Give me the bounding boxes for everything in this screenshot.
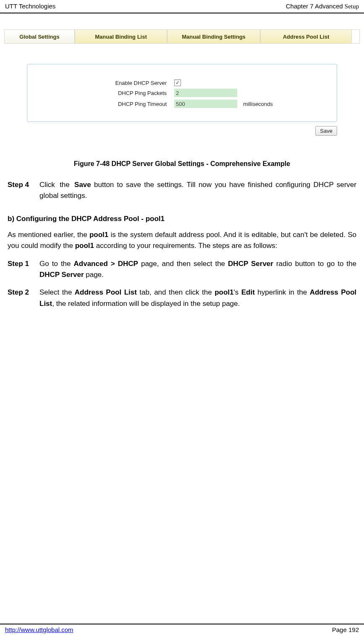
- s1-t4: page.: [84, 271, 104, 279]
- s2-t3: 's: [234, 288, 241, 296]
- header-company: UTT Technologies: [5, 3, 55, 10]
- s1-t1: Go to the: [39, 260, 74, 268]
- tab-manual-binding-list[interactable]: Manual Binding List: [75, 29, 167, 44]
- step-1: Step 1 Go to the Advanced > DHCP page, a…: [8, 258, 356, 281]
- label-enable-dhcp: Enable DHCP Server: [31, 80, 174, 86]
- figure-caption: Figure 7-48 DHCP Server Global Settings …: [4, 160, 360, 168]
- s2-t1: Select the: [39, 288, 75, 296]
- checkbox-enable-dhcp[interactable]: ✓: [174, 79, 181, 86]
- tab-spacer: [352, 29, 360, 44]
- step-4: Step 4 Click the Save button to save the…: [8, 179, 356, 202]
- body-text: Step 4 Click the Save button to save the…: [4, 179, 360, 309]
- step-2-label: Step 2: [8, 287, 39, 309]
- header-chapter-suffix: Setup: [345, 3, 359, 10]
- step-4-content: Click the Save button to save the settin…: [39, 179, 356, 202]
- s1-b2: DHCP Server: [228, 260, 273, 268]
- header-chapter-prefix: Chapter 7 Advanced: [286, 3, 345, 10]
- page-header: UTT Technologies Chapter 7 Advanced Setu…: [0, 0, 364, 13]
- step-2: Step 2 Select the Address Pool List tab,…: [8, 287, 356, 309]
- s1-t3: radio button to go to the: [273, 260, 356, 268]
- unit-milliseconds: milliseconds: [243, 101, 273, 107]
- s1-b1: Advanced > DHCP: [74, 260, 138, 268]
- row-ping-packets: DHCP Ping Packets: [31, 89, 333, 97]
- page-footer: http://www.uttglobal.com Page 192: [0, 624, 364, 633]
- sb-p1b: pool1: [89, 231, 108, 239]
- section-b-para: As mentioned earlier, the pool1 is the s…: [8, 229, 356, 252]
- sb-p1e: according to your requirements. The step…: [94, 242, 277, 250]
- s2-t5: , the related information will be displa…: [52, 300, 240, 308]
- s2-b3: Edit: [241, 288, 255, 296]
- save-row: Save: [4, 126, 337, 136]
- section-b-heading: b) Configuring the DHCP Address Pool - p…: [8, 213, 356, 224]
- sb-p1d: pool1: [75, 242, 94, 250]
- settings-panel: Enable DHCP Server ✓ DHCP Ping Packets D…: [27, 64, 337, 122]
- s2-b1: Address Pool List: [75, 288, 137, 296]
- step-1-content: Go to the Advanced > DHCP page, and then…: [39, 258, 356, 281]
- row-enable-dhcp: Enable DHCP Server ✓: [31, 79, 333, 86]
- tab-manual-binding-settings[interactable]: Manual Binding Settings: [167, 29, 260, 44]
- tabs-row: Global Settings Manual Binding List Manu…: [4, 29, 360, 44]
- tab-address-pool-list[interactable]: Address Pool List: [260, 29, 352, 44]
- input-ping-packets[interactable]: [174, 89, 237, 97]
- step4-b1: Save: [74, 181, 91, 189]
- label-ping-timeout: DHCP Ping Timeout: [31, 101, 174, 107]
- label-ping-packets: DHCP Ping Packets: [31, 90, 174, 96]
- save-button[interactable]: Save: [315, 126, 337, 136]
- row-ping-timeout: DHCP Ping Timeout milliseconds: [31, 100, 333, 108]
- s1-t2: page, and then select the: [138, 260, 228, 268]
- step-1-label: Step 1: [8, 258, 39, 281]
- header-chapter: Chapter 7 Advanced Setup: [286, 3, 359, 10]
- step4-t1: Click the: [39, 181, 74, 189]
- step-2-content: Select the Address Pool List tab, and th…: [39, 287, 356, 309]
- tab-global-settings[interactable]: Global Settings: [4, 29, 75, 44]
- footer-page-number: Page 192: [332, 626, 359, 633]
- s2-t2: tab, and then click the: [137, 288, 215, 296]
- page-content: Global Settings Manual Binding List Manu…: [0, 13, 364, 309]
- footer-url[interactable]: http://www.uttglobal.com: [5, 626, 73, 633]
- s1-b3: DHCP Server: [39, 271, 84, 279]
- input-ping-timeout[interactable]: [174, 100, 237, 108]
- step-4-label: Step 4: [8, 179, 39, 202]
- s2-t4: hyperlink in the: [255, 288, 310, 296]
- s2-b2: pool1: [215, 288, 233, 296]
- sb-p1a: As mentioned earlier, the: [8, 231, 89, 239]
